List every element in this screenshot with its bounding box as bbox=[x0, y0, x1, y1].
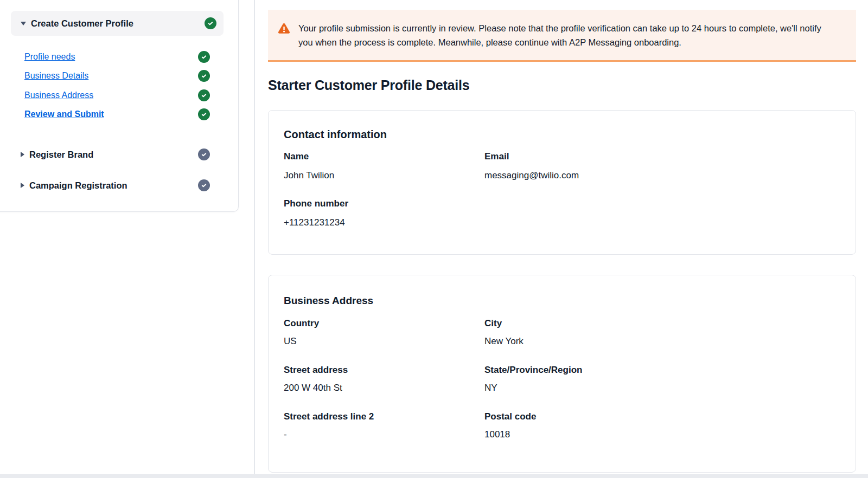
field-postal-code: Postal code 10018 bbox=[484, 411, 840, 440]
field-country: Country US bbox=[284, 318, 484, 347]
chevron-right-icon bbox=[21, 152, 24, 157]
field-value: +11231231234 bbox=[284, 217, 484, 228]
step-label: Campaign Registration bbox=[29, 180, 127, 191]
chevron-down-icon bbox=[21, 22, 26, 25]
substep-link-profile-needs[interactable]: Profile needs bbox=[24, 52, 75, 62]
substep-link-business-details[interactable]: Business Details bbox=[24, 71, 88, 81]
completed-check-icon bbox=[198, 70, 210, 82]
field-value: NY bbox=[484, 383, 840, 393]
field-value: 200 W 40th St bbox=[284, 383, 484, 393]
field-state-province-region: State/Province/Region NY bbox=[484, 365, 840, 393]
page-title: Starter Customer Profile Details bbox=[268, 77, 470, 93]
substep-row: Business Details bbox=[24, 70, 210, 82]
column-divider bbox=[254, 0, 255, 478]
field-label: Phone number bbox=[284, 198, 484, 209]
banner-message: Your profile submission is currently in … bbox=[298, 21, 824, 49]
business-address-card: Business Address Country US City New Yor… bbox=[268, 275, 856, 473]
field-label: Postal code bbox=[484, 411, 840, 422]
field-value: messaging@twilio.com bbox=[484, 170, 840, 181]
field-label: Country bbox=[284, 318, 484, 329]
step-create-customer-profile[interactable]: Create Customer Profile bbox=[11, 11, 224, 36]
field-phone-number: Phone number +11231231234 bbox=[284, 198, 484, 228]
substep-link-review-and-submit[interactable]: Review and Submit bbox=[24, 109, 104, 119]
onboarding-steps-panel: Create Customer Profile Profile needs Bu… bbox=[0, 0, 239, 212]
substep-link-business-address[interactable]: Business Address bbox=[24, 91, 93, 100]
warning-triangle-icon bbox=[278, 23, 290, 34]
completed-check-icon bbox=[198, 108, 210, 120]
completed-check-icon bbox=[198, 89, 210, 101]
substep-row: Business Address bbox=[24, 89, 210, 101]
field-city: City New York bbox=[484, 318, 840, 347]
field-grid: Country US City New York Street address … bbox=[284, 318, 840, 440]
field-label: Email bbox=[484, 151, 840, 162]
card-title: Business Address bbox=[284, 294, 840, 307]
field-label: Name bbox=[284, 151, 484, 162]
field-grid: Name John Twilion Email messaging@twilio… bbox=[284, 151, 840, 228]
substep-row: Profile needs bbox=[24, 51, 210, 63]
field-value: 10018 bbox=[484, 429, 840, 440]
window-bottom-edge bbox=[0, 474, 868, 478]
field-name: Name John Twilion bbox=[284, 151, 484, 181]
completed-check-icon bbox=[205, 17, 216, 29]
field-value: New York bbox=[484, 336, 840, 347]
completed-check-icon bbox=[198, 51, 210, 63]
field-value: John Twilion bbox=[284, 170, 484, 181]
field-value: US bbox=[284, 336, 484, 347]
field-label: Street address bbox=[284, 365, 484, 376]
card-title: Contact information bbox=[284, 127, 840, 141]
review-warning-banner: Your profile submission is currently in … bbox=[268, 10, 856, 62]
pending-check-icon bbox=[198, 179, 210, 191]
step-register-brand[interactable]: Register Brand bbox=[21, 148, 210, 161]
substep-row: Review and Submit bbox=[24, 108, 210, 120]
field-street-address-line-2: Street address line 2 - bbox=[284, 411, 484, 440]
field-label: Street address line 2 bbox=[284, 411, 484, 422]
field-value: - bbox=[284, 429, 484, 440]
field-label: City bbox=[484, 318, 840, 329]
step-campaign-registration[interactable]: Campaign Registration bbox=[21, 179, 210, 192]
field-label: State/Province/Region bbox=[484, 365, 840, 376]
pending-check-icon bbox=[198, 148, 210, 160]
contact-information-card: Contact information Name John Twilion Em… bbox=[268, 110, 856, 255]
step-label: Create Customer Profile bbox=[31, 18, 133, 29]
chevron-right-icon bbox=[21, 183, 24, 188]
step-label: Register Brand bbox=[29, 150, 93, 160]
field-street-address: Street address 200 W 40th St bbox=[284, 365, 484, 393]
field-email: Email messaging@twilio.com bbox=[484, 151, 840, 181]
